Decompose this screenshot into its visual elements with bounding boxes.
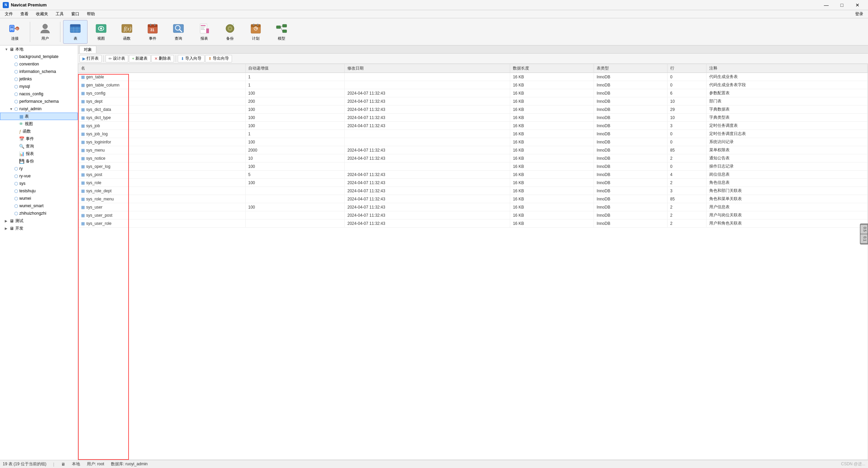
new-table-button[interactable]: + 新建表 — [129, 55, 151, 62]
sidebar-db-sys[interactable]: ⬡ sys — [0, 180, 78, 187]
menu-window[interactable]: 窗口 — [68, 11, 83, 18]
sidebar-backup-item[interactable]: 💾 备份 — [0, 157, 78, 165]
cell-size: 16 KB — [510, 179, 594, 187]
table-row[interactable]: ▦sys_menu 2000 2024-04-07 11:32:43 16 KB… — [78, 146, 868, 154]
sidebar-local-group[interactable]: ▼ 🖥 本地 — [0, 45, 78, 53]
table-row[interactable]: ▦sys_job 100 2024-04-07 11:32:43 16 KB I… — [78, 122, 868, 130]
menu-file[interactable]: 文件 — [1, 11, 16, 18]
login-button[interactable]: 登录 — [852, 11, 867, 18]
svg-rect-40 — [253, 24, 254, 26]
cell-name: ▦sys_user_post — [78, 211, 245, 219]
maximize-button[interactable]: □ — [834, 0, 850, 10]
sidebar-group-dev[interactable]: ▶ 🖥 开发 — [0, 225, 78, 232]
svg-rect-2 — [11, 26, 13, 27]
sidebar-report-item[interactable]: 📊 报表 — [0, 150, 78, 157]
cell-comment: 用户与岗位关联表 — [707, 211, 868, 219]
sidebar-db-testshuju[interactable]: ⬡ testshuju — [0, 187, 78, 195]
col-name: 名 — [78, 64, 245, 73]
toolbar-report[interactable]: 报表 — [192, 20, 216, 44]
cell-rows: 2 — [667, 211, 706, 219]
menu-view[interactable]: 查看 — [17, 11, 32, 18]
sidebar-db-nacos_config[interactable]: ⬡ nacos_config — [0, 90, 78, 98]
cell-size: 16 KB — [510, 203, 594, 211]
cell-modified: 2024-04-07 11:32:43 — [345, 187, 510, 195]
toolbar-schedule[interactable]: 计划 — [244, 20, 268, 44]
table-row[interactable]: ▦sys_notice 10 2024-04-07 11:32:43 16 KB… — [78, 154, 868, 162]
cell-size: 16 KB — [510, 162, 594, 171]
sidebar-db-convention[interactable]: ⬡ convention — [0, 60, 78, 68]
sidebar-event-item[interactable]: 📅 事件 — [0, 135, 78, 142]
cell-modified: 2024-04-07 11:32:43 — [345, 114, 510, 122]
close-button[interactable]: ✕ — [850, 0, 865, 10]
sidebar-db-performance_schema[interactable]: ⬡ performance_schema — [0, 98, 78, 105]
sidebar-db-zhihuizhongzhi[interactable]: ⬡ zhihuizhongzhi — [0, 210, 78, 217]
table-row[interactable]: ▦sys_user 100 2024-04-07 11:32:43 16 KB … — [78, 203, 868, 211]
export-wizard-button[interactable]: ⬆ 导出向导 — [205, 55, 232, 62]
cell-comment: 定时任务调度日志表 — [707, 130, 868, 138]
sidebar-db-ruoyi_admin[interactable]: ▼ ⬡ ruoyi_admin — [0, 105, 78, 113]
table-row[interactable]: ▦sys_job_log 1 16 KB InnoDB 0 定时任务调度日志表 — [78, 130, 868, 138]
table-row[interactable]: ▦gen_table 1 16 KB InnoDB 0 代码生成业务表 — [78, 73, 868, 81]
table-row[interactable]: ▦sys_dict_data 100 2024-04-07 11:32:43 1… — [78, 105, 868, 114]
sidebar-db-mysql[interactable]: ⬡ mysql — [0, 83, 78, 90]
sidebar-db-information_schema[interactable]: ⬡ information_schema — [0, 68, 78, 75]
sidebar-db-jetlinks[interactable]: ⬡ jetlinks — [0, 75, 78, 83]
toolbar-connect[interactable]: ▷ 连接 — [3, 20, 27, 44]
sidebar-db-wumei[interactable]: ⬡ wumei — [0, 195, 78, 202]
sidebar-db-background_template[interactable]: ⬡ background_template — [0, 53, 78, 60]
table-row-icon: ▦ — [81, 180, 85, 185]
toolbar-event[interactable]: 31 事件 — [140, 20, 165, 44]
table-row[interactable]: ▦sys_user_role 2024-04-07 11:32:43 16 KB… — [78, 219, 868, 228]
table-row[interactable]: ▦sys_oper_log 100 16 KB InnoDB 0 操作日志记录 — [78, 162, 868, 171]
table-row[interactable]: ▦sys_role_menu 2024-04-07 11:32:43 16 KB… — [78, 195, 868, 203]
table-row[interactable]: ▦sys_role 100 2024-04-07 11:32:43 16 KB … — [78, 179, 868, 187]
open-table-button[interactable]: ▶ 打开表 — [79, 55, 102, 62]
table-row[interactable]: ▦sys_config 100 2024-04-07 11:32:43 16 K… — [78, 89, 868, 97]
menu-tools[interactable]: 工具 — [52, 11, 67, 18]
import-wizard-button[interactable]: ⬇ 导入向导 — [178, 55, 205, 62]
table-row[interactable]: ▦gen_table_column 1 16 KB InnoDB 0 代码生成业… — [78, 81, 868, 89]
toolbar-backup[interactable]: ↑ 备份 — [218, 20, 242, 44]
sidebar-view-item[interactable]: 👁 视图 — [0, 120, 78, 128]
toolbar-table[interactable]: 表 — [63, 20, 88, 44]
sidebar-group-test[interactable]: ▶ 🖥 测试 — [0, 217, 78, 225]
cell-size: 16 KB — [510, 171, 594, 179]
delete-table-button[interactable]: ✕ 删除表 — [151, 55, 174, 62]
cell-rows: 2 — [667, 179, 706, 187]
toolbar-func[interactable]: f(x) 函数 — [115, 20, 139, 44]
table-row[interactable]: ▦sys_logininfor 100 16 KB InnoDB 0 系统访问记… — [78, 138, 868, 146]
toolbar-model[interactable]: 模型 — [269, 20, 294, 44]
toolbar-connect-label: 连接 — [11, 36, 19, 41]
menu-help[interactable]: 帮助 — [83, 11, 98, 18]
sidebar-db-wumei_smart[interactable]: ⬡ wumei_smart — [0, 202, 78, 210]
tab-object[interactable]: 对象 — [79, 46, 96, 53]
toolbar-report-label: 报表 — [200, 36, 208, 41]
right-tab-2[interactable]: 0.1 — [861, 234, 867, 243]
table-row[interactable]: ▦sys_dept 200 2024-04-07 11:32:43 16 KB … — [78, 97, 868, 105]
sidebar-func-item[interactable]: ƒ 函数 — [0, 128, 78, 135]
table-row-icon: ▦ — [81, 91, 85, 96]
toolbar-user[interactable]: 用户 — [33, 20, 57, 44]
cell-auto-inc — [245, 195, 345, 203]
table-row[interactable]: ▦sys_role_dept 2024-04-07 11:32:43 16 KB… — [78, 187, 868, 195]
cell-name: ▦sys_config — [78, 89, 245, 97]
sidebar-query-item[interactable]: 🔍 查询 — [0, 142, 78, 150]
sidebar-db-ry[interactable]: ⬡ ry — [0, 165, 78, 172]
design-table-button[interactable]: ✏ 设计表 — [105, 55, 128, 62]
table-row[interactable]: ▦sys_dict_type 100 2024-04-07 11:32:43 1… — [78, 114, 868, 122]
toolbar-view[interactable]: 视图 — [89, 20, 113, 44]
cell-auto-inc: 100 — [245, 114, 345, 122]
minimize-button[interactable]: — — [818, 0, 834, 10]
menu-favorites[interactable]: 收藏夹 — [33, 11, 52, 18]
cell-auto-inc: 2000 — [245, 146, 345, 154]
table-wrapper: 名 自动递增值 修改日期 数据长度 表类型 行 注释 ▦gen_table 1 — [78, 64, 868, 460]
toolbar-query[interactable]: 查询 — [166, 20, 191, 44]
cell-name: ▦sys_job — [78, 122, 245, 130]
sidebar-db-ry-vue[interactable]: ⬡ ry-vue — [0, 172, 78, 180]
table-row[interactable]: ▦sys_post 5 2024-04-07 11:32:43 16 KB In… — [78, 171, 868, 179]
right-tab-1[interactable]: 0.5 — [861, 225, 867, 234]
toolbar-backup-label: 备份 — [226, 36, 234, 41]
cell-name: ▦sys_role_dept — [78, 187, 245, 195]
table-row[interactable]: ▦sys_user_post 2024-04-07 11:32:43 16 KB… — [78, 211, 868, 219]
sidebar-table-item[interactable]: ▦ 表 — [0, 113, 78, 120]
